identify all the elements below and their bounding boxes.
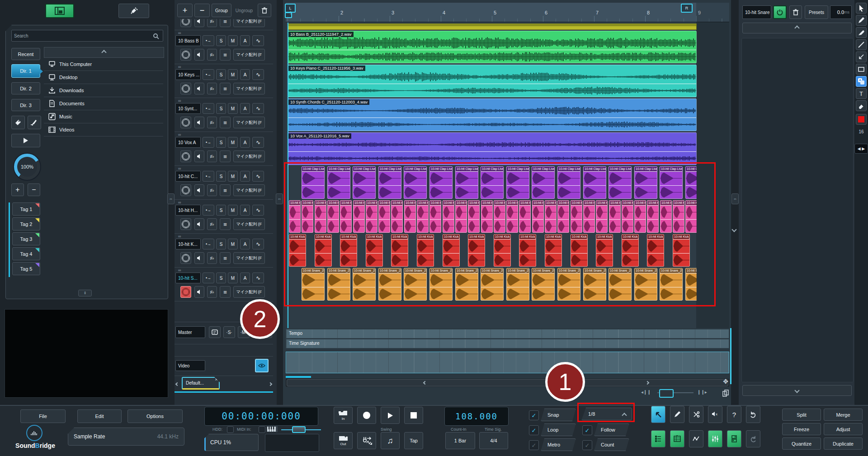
- track-row-3[interactable]: ∞10 Synt...•→SMA∿♯♭≡マイク配列 (F: [175, 99, 273, 132]
- plugin-delete-button[interactable]: [789, 5, 802, 19]
- tag-add-button[interactable]: +: [11, 183, 24, 196]
- toggle-loop-checkbox[interactable]: ✓: [529, 425, 539, 435]
- hit-clip[interactable]: 10-hit H: [378, 200, 390, 233]
- hit-clip[interactable]: 10-hit Clap Live_: [506, 166, 529, 199]
- hit-clip[interactable]: 10-hit Clap Live_: [455, 166, 478, 199]
- track-panel-collapse-handle[interactable]: ‹›: [276, 193, 283, 204]
- automation-view-button[interactable]: [689, 430, 703, 447]
- redo-button[interactable]: [746, 430, 760, 447]
- record-arm-button[interactable]: [180, 19, 191, 27]
- undo-button[interactable]: [746, 406, 760, 423]
- preview-play-button[interactable]: [11, 134, 40, 147]
- left-panel-collapse-handle[interactable]: ‹›: [167, 193, 175, 204]
- duplicate-button[interactable]: Duplicate: [824, 437, 863, 450]
- hit-clip[interactable]: 10-hit Snare_2511: [455, 268, 478, 301]
- loop-start-marker[interactable]: L: [285, 4, 296, 13]
- record-arm-button[interactable]: [180, 117, 191, 128]
- toggle2-count-checkbox[interactable]: ✓: [582, 440, 592, 450]
- tempo-display[interactable]: 108.000: [444, 407, 509, 426]
- place-item-music[interactable]: Music: [44, 110, 163, 123]
- hit-clip[interactable]: 10-hit Kick_: [289, 234, 306, 267]
- hit-clip[interactable]: 10-hit Snare_2511: [404, 268, 427, 301]
- hit-clip[interactable]: 10-hit H: [366, 200, 377, 233]
- punch-in-button[interactable]: In: [334, 407, 353, 424]
- mic-array-button[interactable]: マイク配列 (F: [233, 218, 265, 230]
- session-tab-prev[interactable]: [175, 379, 180, 390]
- place-item-desktop[interactable]: Desktop: [44, 71, 163, 84]
- hzoom-in-icon[interactable]: ❙❙▸: [697, 390, 707, 395]
- hit-clip[interactable]: 10-hit Snare_2511: [506, 268, 529, 301]
- tag-button-3[interactable]: Tag 3: [12, 232, 40, 245]
- track-menu-button[interactable]: ≡: [220, 49, 231, 61]
- toggle2-follow-checkbox[interactable]: ✓: [582, 425, 592, 435]
- tag-edit-button[interactable]: [11, 116, 25, 129]
- select-tool-button[interactable]: [651, 406, 665, 423]
- delay-compensation-field[interactable]: 0.0ms: [830, 5, 852, 19]
- hit-clip[interactable]: 10-hit Kick_: [366, 234, 383, 267]
- hit-clip[interactable]: 10-hit Clap Live_: [481, 166, 504, 199]
- record-arm-button[interactable]: [180, 83, 191, 94]
- mic-array-button[interactable]: マイク配列 (F: [233, 150, 265, 162]
- hit-clip[interactable]: 10-hit H: [519, 200, 531, 233]
- master-solo-button[interactable]: ·S·: [223, 326, 235, 338]
- tempo-lane[interactable]: Tempo: [286, 329, 729, 338]
- hit-clip[interactable]: 10-hit H: [455, 200, 467, 233]
- transpose-button[interactable]: ♯♭: [207, 117, 217, 128]
- hit-clip[interactable]: 10-hit Kick_: [545, 234, 562, 267]
- session-tab[interactable]: Default... ×: [182, 377, 220, 390]
- hit-clip[interactable]: 10-hit Clap Live_: [557, 166, 580, 199]
- track-add-button[interactable]: +: [177, 4, 193, 17]
- hit-clip[interactable]: 10-hit Kick_: [596, 234, 613, 267]
- timeline-hscroll-thumb-mini[interactable]: [286, 376, 311, 378]
- track-menu-button[interactable]: ≡: [220, 286, 231, 298]
- toggle-loop-button[interactable]: Loop: [541, 423, 576, 436]
- mic-array-button[interactable]: マイク配列 (F: [233, 49, 265, 61]
- grid-view-button[interactable]: [670, 430, 684, 447]
- text-tool-button[interactable]: T: [856, 88, 867, 99]
- punch-out-button[interactable]: Out: [334, 432, 353, 449]
- toggle-snap-button[interactable]: Snap: [541, 409, 576, 421]
- hscroll-left-segment[interactable]: [287, 379, 563, 386]
- ungroup-button[interactable]: Ungroup: [232, 4, 256, 17]
- record-arm-button[interactable]: [180, 184, 191, 196]
- mute-tool-button[interactable]: x: [708, 406, 722, 423]
- hit-clip[interactable]: 10-hit Clap Live_: [302, 166, 325, 199]
- dual-view-button[interactable]: [727, 430, 741, 447]
- time-signature-lane[interactable]: Time Signature: [286, 339, 729, 348]
- inspector-collapse-bottom[interactable]: [742, 385, 852, 396]
- hit-clip[interactable]: 10-hit H: [660, 200, 672, 233]
- record-arm-button[interactable]: [180, 150, 191, 162]
- hit-clip[interactable]: 10-hit Clap Live_: [685, 166, 697, 199]
- tag-button-5[interactable]: Tag 5: [12, 262, 40, 275]
- hit-clip[interactable]: 10-hit Clap Live_: [660, 166, 683, 199]
- track-menu-button[interactable]: ≡: [220, 150, 231, 162]
- hit-clip[interactable]: 10-hit H: [417, 200, 429, 233]
- toggle2-count-button[interactable]: Count: [594, 438, 629, 451]
- hit-clip[interactable]: 10-hit Clap Live_: [353, 166, 376, 199]
- video-name[interactable]: Video: [175, 360, 205, 371]
- tag-remove-button[interactable]: −: [28, 183, 40, 196]
- audio-clip[interactable]: 10 Vox A_251120-112016_5.wav: [288, 132, 697, 165]
- file-menu[interactable]: File: [20, 409, 66, 423]
- monitor-button[interactable]: [194, 150, 204, 162]
- hit-clip[interactable]: 10-hit H: [289, 200, 301, 233]
- hzoom-slider-handle[interactable]: [659, 389, 674, 398]
- transpose-button[interactable]: ♯♭: [207, 218, 217, 230]
- hit-clip[interactable]: 10-hit H: [609, 200, 621, 233]
- hit-clip[interactable]: 10-hit Kick_: [417, 234, 434, 267]
- dir-button-dir1[interactable]: Dir. 1: [11, 64, 40, 78]
- audio-clip[interactable]: 10 Synth Chords C_251120-112003_4.wav: [288, 99, 697, 131]
- track-row-1[interactable]: ∞10 Bass B•→SMA∿♯♭≡マイク配列 (F: [175, 31, 273, 64]
- hit-clip[interactable]: 10-hit H: [327, 200, 339, 233]
- place-item-videos[interactable]: Videos: [44, 123, 163, 136]
- video-preview-button[interactable]: [255, 359, 269, 372]
- playback-speed-handle[interactable]: [292, 426, 306, 433]
- hit-clip[interactable]: 10-hit H: [532, 200, 544, 233]
- monitor-button[interactable]: [194, 184, 204, 196]
- track-row-5[interactable]: ∞10-hit C...•→SMA∿♯♭≡マイク配列 (F: [175, 166, 273, 200]
- hit-clip[interactable]: 10-hit Clap Live_: [404, 166, 427, 199]
- draw-tool-button[interactable]: [670, 406, 684, 423]
- help-button[interactable]: ?: [727, 406, 741, 423]
- hit-clip[interactable]: 10-hit Snare_2511: [532, 268, 555, 301]
- sample-rate-field[interactable]: Sample Rate 44.1 kHz: [68, 428, 184, 446]
